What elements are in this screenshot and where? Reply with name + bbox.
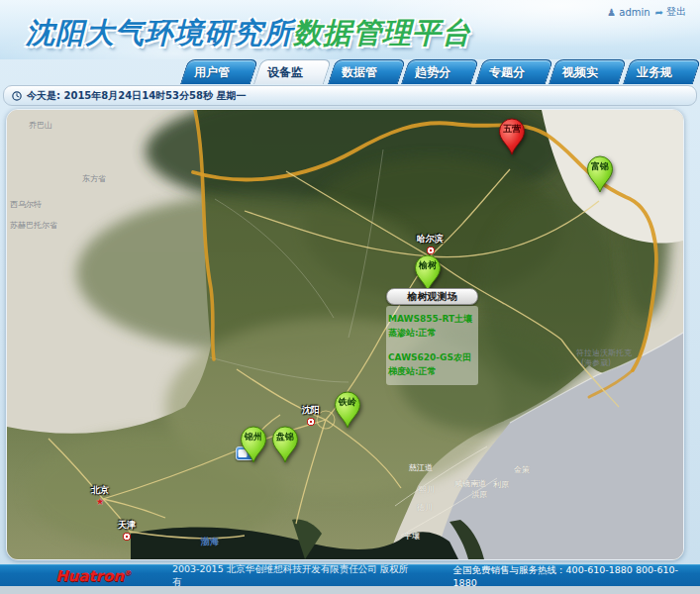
user-icon: ♟ [607, 7, 616, 18]
station-popup-title[interactable]: 榆树观测场 [386, 288, 478, 305]
tab-6[interactable]: 业务规程 [622, 59, 700, 84]
pin-label: 五营 [498, 123, 526, 136]
pin-label: 盘锦 [271, 431, 299, 444]
header: 沈阳大气环境研究所数据管理平台 ♟ admin ➦ 登出 [0, 0, 700, 59]
page-title-part2: 数据管理平台 [293, 16, 471, 50]
station-pin-五营[interactable]: 五营 [498, 118, 526, 155]
station-pin-榆树[interactable]: 榆树 [414, 254, 442, 292]
date-bar: 今天是: 2015年8月24日14时53分58秒 星期一 [3, 85, 697, 106]
logout-label: 登出 [666, 5, 686, 19]
station-link-0[interactable]: MAWS855-RT土壤蒸渗站:正常 [388, 313, 476, 341]
user-area: ♟ admin ➦ 登出 [607, 5, 686, 19]
station-pin-锦州[interactable]: 锦州 [240, 426, 267, 463]
tab-5[interactable]: 视频实况 [549, 59, 628, 84]
bottom-strip [0, 586, 700, 594]
page-title-part1: 沈阳大气环境研究所 [26, 16, 293, 50]
pin-label: 榆树 [414, 259, 442, 272]
station-popup: 榆树观测场 MAWS855-RT土壤蒸渗站:正常CAWS620-GS农田梯度站:… [386, 288, 478, 385]
nav-tabbar: 用户管理设备监控数据管理趋势分析专题分析视频实况业务规程 [184, 59, 700, 84]
tab-3[interactable]: 趋势分析 [401, 59, 480, 84]
current-user: ♟ admin [607, 7, 650, 18]
username: admin [619, 7, 650, 18]
logout-button[interactable]: ➦ 登出 [655, 5, 686, 19]
station-pin-盘锦[interactable]: 盘锦 [271, 426, 299, 463]
pin-label: 铁岭 [334, 396, 361, 409]
pin-label: 富锦 [586, 160, 614, 173]
map-panel[interactable]: 哈尔滨沈阳北京★天津渤海符拉迪沃斯托克(海参崴)乔巴山东方省西乌尔特苏赫巴托尔省… [6, 109, 684, 560]
satellite-map [7, 110, 683, 559]
clock-icon [12, 91, 22, 101]
station-popup-body: MAWS855-RT土壤蒸渗站:正常CAWS620-GS农田梯度站:正常 [386, 306, 478, 385]
station-pin-铁岭[interactable]: 铁岭 [334, 391, 361, 429]
logout-arrow-icon: ➦ [655, 7, 663, 18]
page: 沈阳大气环境研究所数据管理平台 ♟ admin ➦ 登出 用户管理设备监控数据管… [0, 0, 700, 594]
station-pin-富锦[interactable]: 富锦 [586, 155, 614, 193]
footer: Huatron® 2003-2015 北京华创维想科技开发有限责任公司 版权所有… [0, 564, 700, 586]
copyright-text: 2003-2015 北京华创维想科技开发有限责任公司 版权所有 [172, 563, 416, 589]
date-text: 今天是: 2015年8月24日14时53分58秒 星期一 [27, 89, 246, 103]
tab-1[interactable]: 设备监控 [253, 59, 333, 84]
page-title: 沈阳大气环境研究所数据管理平台 [26, 14, 471, 53]
huatron-logo: Huatron® [55, 567, 131, 585]
hotline-text: 全国免费销售与服务热线：400-610-1880 800-610-1880 [453, 564, 700, 588]
station-link-1[interactable]: CAWS620-GS农田梯度站:正常 [388, 351, 476, 379]
tab-4[interactable]: 专题分析 [475, 59, 554, 84]
tab-0[interactable]: 用户管理 [180, 59, 259, 84]
tab-2[interactable]: 数据管理 [328, 59, 407, 84]
pin-label: 锦州 [240, 431, 267, 444]
